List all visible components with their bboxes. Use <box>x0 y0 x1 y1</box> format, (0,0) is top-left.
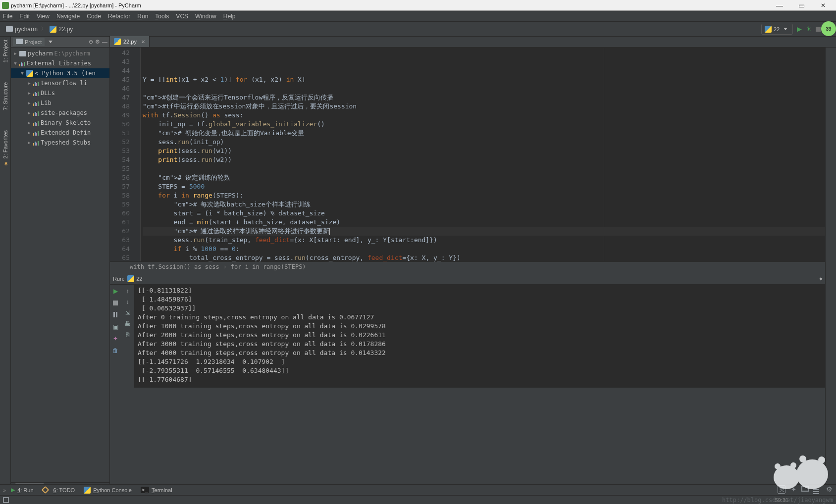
code-line[interactable]: "cm"># 设定训练的轮数 <box>143 173 836 182</box>
tree-arrow-icon[interactable]: ▼ <box>13 61 18 66</box>
tray-icon[interactable] <box>801 486 809 493</box>
line-number[interactable]: 58 <box>111 191 130 200</box>
close-tab-icon[interactable]: ✕ <box>141 39 145 45</box>
tree-arrow-icon[interactable]: ▶ <box>27 81 32 86</box>
line-number[interactable]: 62 <box>111 227 130 236</box>
code-line[interactable]: for i in range(STEPS): <box>143 191 836 200</box>
code-line[interactable]: STEPS = 5000 <box>143 182 836 191</box>
rerun-button[interactable]: ▶ <box>111 287 119 295</box>
code-line[interactable]: init_op = tf.global_variables_initialize… <box>143 120 836 129</box>
code-line[interactable]: with tf.Session() as sess: <box>143 111 836 120</box>
code-line[interactable]: total_cross_entropy = sess.run(cross_ent… <box>143 253 836 261</box>
code-line[interactable]: Y = [[int(x1 + x2 < 1)] for (x1, x2) in … <box>143 75 836 84</box>
code-breadcrumb[interactable]: with tf.Session() as sess›for i in range… <box>110 261 836 272</box>
menu-window[interactable]: Window <box>195 13 216 20</box>
line-number[interactable]: 48 <box>111 102 130 111</box>
export-button[interactable]: ⎘ <box>124 331 132 339</box>
project-panel-header[interactable]: Project ⊖ ⚙ — <box>11 37 109 48</box>
bottom-tab-pythonconsole[interactable]: Python Console <box>84 487 132 494</box>
code-line[interactable]: end = min(start + batch_size, dataset_si… <box>143 218 836 227</box>
tray-icon[interactable] <box>813 484 821 494</box>
menu-code[interactable]: Code <box>87 13 101 20</box>
tray-icon[interactable]: ✦ <box>789 486 797 493</box>
menu-tools[interactable]: Tools <box>155 13 169 20</box>
line-number[interactable]: 54 <box>111 155 130 164</box>
code-line[interactable]: "cm">#创建一个会话来运行Tensorflow程序，反复运行反向传播 <box>143 93 836 102</box>
settings-icon[interactable]: ⚙ <box>95 39 100 45</box>
tree-item[interactable]: ▼External Libraries <box>11 58 109 68</box>
tree-item[interactable]: ▶Extended Defin <box>11 128 109 138</box>
bottom-tab-terminal[interactable]: >_Terminal <box>141 487 172 494</box>
code-editor[interactable]: 4243444546474849505152535455565758596061… <box>110 48 836 261</box>
tree-item[interactable]: ▶DLLs <box>11 88 109 98</box>
line-number[interactable]: 57 <box>111 182 130 191</box>
settings-icon[interactable]: ✦ <box>818 275 824 283</box>
code-line[interactable]: "cm">#tf中运行必须放在session对象中，且运行过后，要关闭sessi… <box>143 102 836 111</box>
line-number[interactable]: 63 <box>111 236 130 245</box>
code-line[interactable]: "cm"># 通过选取的样本训练神经网络并进行参数更新 <box>143 227 836 236</box>
line-number[interactable]: 52 <box>111 138 130 147</box>
editor-tab[interactable]: 22.py ✕ <box>110 36 150 47</box>
code-line[interactable] <box>143 164 836 173</box>
tree-item[interactable]: ▶Typeshed Stubs <box>11 138 109 148</box>
trash-button[interactable]: 🗑 <box>111 347 119 354</box>
line-number[interactable]: 42 <box>111 49 130 57</box>
up-button[interactable]: ↑ <box>124 287 132 295</box>
line-number[interactable]: 65 <box>111 253 130 261</box>
tree-arrow-icon[interactable]: ▶ <box>27 91 32 96</box>
notification-badge[interactable]: 39 <box>821 21 836 36</box>
menu-file[interactable]: File <box>3 13 12 20</box>
tree-item[interactable]: ▶Lib <box>11 98 109 108</box>
tree-item[interactable]: ▶pycharm E:\pycharm <box>11 49 109 58</box>
maximize-button[interactable]: ▭ <box>790 0 812 11</box>
line-number[interactable]: 49 <box>111 111 130 120</box>
chevron-down-icon[interactable] <box>49 41 52 43</box>
menu-edit[interactable]: Edit <box>19 13 30 20</box>
menu-vcs[interactable]: VCS <box>176 13 188 20</box>
project-tree[interactable]: ▶pycharm E:\pycharm▼External Libraries▼<… <box>11 48 109 149</box>
tree-item[interactable]: ▶Binary Skeleto <box>11 118 109 128</box>
tree-arrow-icon[interactable]: ▶ <box>27 110 32 115</box>
tree-arrow-icon[interactable]: ▼ <box>20 71 25 76</box>
tool-tab-favorites[interactable]: ★2: Favorites <box>2 130 8 167</box>
breadcrumb-folder[interactable]: pycharm <box>3 26 41 33</box>
code-area[interactable]: Y = [[int(x1 + x2 < 1)] for (x1, x2) in … <box>141 48 836 261</box>
menu-help[interactable]: Help <box>223 13 236 20</box>
tool-tab-structure[interactable]: 7: Structure <box>2 82 8 110</box>
line-number[interactable]: 53 <box>111 147 130 155</box>
line-number[interactable]: 45 <box>111 75 130 84</box>
breadcrumb-segment[interactable]: for i in range(STEPS) <box>231 263 306 270</box>
line-number[interactable]: 51 <box>111 129 130 138</box>
code-line[interactable]: sess.run(init_op) <box>143 138 836 147</box>
dump-button[interactable]: ▣ <box>111 323 119 331</box>
line-number[interactable]: 60 <box>111 209 130 218</box>
show-toolwindows-button[interactable]: » <box>3 487 6 493</box>
code-line[interactable]: sess.run(train_step, feed_dict={x: X[sta… <box>143 236 836 245</box>
tool-windows-icon[interactable] <box>3 497 9 503</box>
line-number[interactable]: 59 <box>111 200 130 209</box>
line-number[interactable]: 44 <box>111 66 130 75</box>
line-number[interactable]: 56 <box>111 173 130 182</box>
line-number[interactable]: 50 <box>111 120 130 129</box>
code-line[interactable]: start = (i * batch_size) % dataset_size <box>143 209 836 218</box>
line-number[interactable]: 43 <box>111 57 130 66</box>
tool-tab-project[interactable]: 1: Project <box>2 40 8 62</box>
code-line[interactable]: print(sess.run(w2)) <box>143 155 836 164</box>
code-line[interactable]: if i % 1000 == 0: <box>143 245 836 253</box>
console-output[interactable]: [[-0.81131822] [ 1.48459876] [ 0.0653293… <box>135 274 836 388</box>
print-button[interactable]: 🖶 <box>124 320 132 328</box>
tree-arrow-icon[interactable]: ▶ <box>27 101 32 105</box>
line-number[interactable]: 47 <box>111 93 130 102</box>
project-tab[interactable]: Project <box>13 38 45 46</box>
run-config-selector[interactable]: 22 <box>761 24 793 35</box>
gear-icon[interactable]: ⚙ <box>825 485 833 493</box>
line-number[interactable]: 64 <box>111 245 130 253</box>
menu-view[interactable]: View <box>37 13 50 20</box>
run-button[interactable]: ▶ <box>797 25 802 33</box>
pin-button[interactable]: ✦ <box>111 335 119 343</box>
breadcrumb-file[interactable]: 22.py <box>47 26 76 33</box>
code-line[interactable]: "cm"># 每次选取batch_size个样本进行训练 <box>143 200 836 209</box>
menu-navigate[interactable]: Navigate <box>56 13 80 20</box>
debug-button[interactable]: ☀ <box>806 25 812 33</box>
line-number[interactable]: 55 <box>111 164 130 173</box>
